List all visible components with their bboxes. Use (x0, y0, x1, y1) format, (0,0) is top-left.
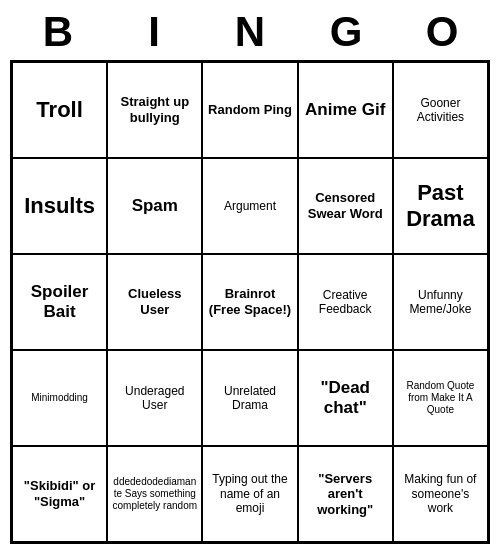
bingo-cell-22: Typing out the name of an emoji (202, 446, 297, 542)
title-g: G (316, 8, 376, 56)
bingo-cell-17: Unrelated Drama (202, 350, 297, 446)
bingo-grid: TrollStraight up bullyingRandom PingAnim… (10, 60, 490, 544)
bingo-cell-5: Insults (12, 158, 107, 254)
bingo-cell-23: "Servers aren't working" (298, 446, 393, 542)
title-n: N (220, 8, 280, 56)
bingo-cell-9: Past Drama (393, 158, 488, 254)
bingo-cell-12: Brainrot (Free Space!) (202, 254, 297, 350)
bingo-cell-2: Random Ping (202, 62, 297, 158)
title-o: O (412, 8, 472, 56)
bingo-cell-13: Creative Feedback (298, 254, 393, 350)
bingo-cell-19: Random Quote from Make It A Quote (393, 350, 488, 446)
bingo-cell-10: Spoiler Bait (12, 254, 107, 350)
bingo-cell-11: Clueless User (107, 254, 202, 350)
bingo-cell-18: "Dead chat" (298, 350, 393, 446)
bingo-cell-3: Anime Gif (298, 62, 393, 158)
title-b: B (28, 8, 88, 56)
bingo-cell-20: "Skibidi" or "Sigma" (12, 446, 107, 542)
bingo-cell-7: Argument (202, 158, 297, 254)
bingo-cell-8: Censored Swear Word (298, 158, 393, 254)
bingo-cell-6: Spam (107, 158, 202, 254)
title-i: I (124, 8, 184, 56)
bingo-title: B I N G O (10, 0, 490, 60)
bingo-cell-0: Troll (12, 62, 107, 158)
bingo-cell-1: Straight up bullying (107, 62, 202, 158)
bingo-cell-21: ddededodediamante Says something complet… (107, 446, 202, 542)
bingo-cell-4: Gooner Activities (393, 62, 488, 158)
bingo-cell-16: Underaged User (107, 350, 202, 446)
bingo-cell-24: Making fun of someone's work (393, 446, 488, 542)
bingo-cell-15: Minimodding (12, 350, 107, 446)
bingo-cell-14: Unfunny Meme/Joke (393, 254, 488, 350)
